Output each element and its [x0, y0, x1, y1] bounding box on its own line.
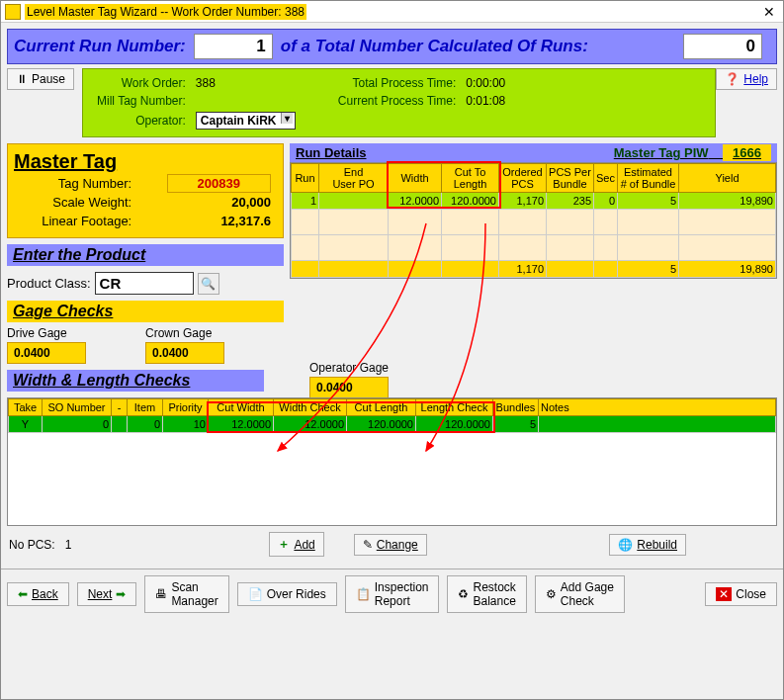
overrides-button[interactable]: 📄Over Rides [237, 582, 337, 606]
product-search-button[interactable]: 🔍 [198, 273, 219, 295]
arrow-right-icon: ➡ [116, 587, 126, 601]
run-details-grid[interactable]: Run EndUser PO Width Cut ToLength Ordere… [290, 162, 777, 279]
master-tag-header: Master Tag [14, 150, 277, 173]
col-yield: Yield [679, 164, 776, 193]
crown-gage-value[interactable]: 0.0400 [145, 342, 224, 364]
add-gage-check-button[interactable]: ⚙Add GageCheck [535, 575, 625, 613]
override-icon: 📄 [248, 587, 263, 601]
width-length-header: Width & Length Checks [7, 370, 264, 392]
restock-balance-button[interactable]: ♻RestockBalance [447, 575, 526, 613]
current-time-label: Current Process Time: [334, 93, 460, 109]
wl-col-bundles: Bundles [493, 399, 539, 416]
current-time-value: 0:01:08 [462, 93, 509, 109]
drive-gage-value[interactable]: 0.0400 [7, 342, 86, 364]
drive-gage-label: Drive Gage [7, 326, 86, 340]
refresh-icon: 🌐 [618, 538, 633, 552]
wl-col-take: Take [9, 399, 43, 416]
total-runs-value: 0 [683, 34, 762, 59]
col-sec: Sec [594, 164, 618, 193]
mill-tag-label: Mill Tag Number: [93, 93, 190, 109]
current-run-label: Current Run Number: [14, 37, 186, 56]
col-estbundle: Estimated# of Bundle [618, 164, 679, 193]
pause-icon: ⏸ [16, 72, 28, 86]
operator-gage-value[interactable]: 0.0400 [309, 377, 389, 398]
col-width: Width [389, 164, 442, 193]
col-ordered: OrderedPCS [499, 164, 547, 193]
pause-button[interactable]: ⏸ Pause [7, 68, 74, 90]
wl-col-wc: Width Check [274, 399, 347, 416]
mill-tag-value [192, 93, 251, 109]
width-length-grid[interactable]: Take SO Number - Item Priority Cut Width… [7, 397, 777, 526]
total-time-value: 0:00:00 [462, 75, 509, 91]
col-cutlen: Cut ToLength [442, 164, 499, 193]
report-icon: 📋 [356, 587, 371, 601]
close-icon[interactable]: ✕ [759, 4, 779, 20]
nopcs-label: No PCS: 1 [9, 538, 71, 552]
work-order-value: 388 [192, 75, 251, 91]
wl-col-cl: Cut Length [347, 399, 416, 416]
scan-manager-button[interactable]: 🖶ScanManager [144, 575, 228, 613]
product-class-label: Product Class: [7, 276, 91, 291]
wl-col-cw: Cut Width [209, 399, 274, 416]
master-tag-panel: Master Tag Tag Number: 200839 Scale Weig… [7, 143, 284, 238]
next-button[interactable]: Next➡ [77, 582, 137, 606]
crown-gage-label: Crown Gage [145, 326, 224, 340]
run-status-bar: Current Run Number: 1 of a Total Number … [7, 29, 777, 64]
col-perbundle: PCS PerBundle [547, 164, 594, 193]
wl-col-dash: - [112, 399, 128, 416]
restock-icon: ♻ [458, 587, 469, 601]
info-panel: Work Order: 388 Total Process Time: 0:00… [82, 68, 716, 137]
piw-value: 1666 [723, 144, 771, 161]
arrow-left-icon: ⬅ [18, 587, 28, 601]
col-run: Run [292, 164, 319, 193]
col-po: EndUser PO [319, 164, 389, 193]
help-button[interactable]: ❓ Help [716, 68, 777, 90]
operator-label: Operator: [93, 111, 190, 131]
product-header: Enter the Product [7, 244, 284, 266]
wl-row[interactable]: Y 0 0 10 12.0000 12.0000 120.0000 120.00… [9, 416, 776, 433]
help-icon: ❓ [725, 72, 740, 86]
run-totals-row: 1,170 5 19,890 [292, 261, 776, 278]
scale-weight-value: 20,000 [137, 194, 275, 211]
linear-footage-label: Linear Footage: [16, 213, 135, 229]
window-title: Level Master Tag Wizard -- Work Order Nu… [25, 5, 759, 19]
run-details-header: Run Details [296, 145, 367, 160]
gage-header: Gage Checks [7, 301, 284, 322]
app-icon [5, 4, 21, 20]
wl-col-item: Item [128, 399, 163, 416]
inspection-report-button[interactable]: 📋InspectionReport [345, 575, 440, 613]
pencil-icon: ✎ [363, 538, 373, 552]
scale-weight-label: Scale Weight: [16, 194, 135, 211]
linear-footage-value: 12,317.6 [137, 213, 275, 229]
total-runs-label: of a Total Number Calculated Of Runs: [281, 37, 588, 56]
operator-select[interactable]: Captain KiRK [196, 112, 296, 130]
tag-number-value: 200839 [167, 174, 271, 193]
wl-col-notes: Notes [539, 399, 776, 416]
wl-col-so: SO Number [43, 399, 112, 416]
tag-number-label: Tag Number: [16, 175, 135, 192]
work-order-label: Work Order: [93, 75, 190, 91]
wl-col-lc: Length Check [416, 399, 493, 416]
total-time-label: Total Process Time: [334, 75, 460, 91]
back-button[interactable]: ⬅Back [7, 582, 69, 606]
operator-gage-label: Operator Gage [309, 361, 389, 375]
close-button[interactable]: ✕Close [705, 582, 777, 606]
search-icon: 🔍 [201, 277, 216, 291]
rebuild-button[interactable]: 🌐Rebuild [609, 534, 686, 556]
piw-label: Master Tag PIW [614, 145, 709, 160]
product-class-input[interactable]: CR [95, 272, 194, 295]
scanner-icon: 🖶 [155, 587, 167, 601]
add-button[interactable]: ＋Add [269, 532, 323, 557]
wl-col-pri: Priority [163, 399, 209, 416]
gear-icon: ⚙ [546, 587, 557, 601]
run-row[interactable]: 1 12.0000 120.0000 1,170 235 0 5 19,890 [292, 193, 776, 210]
change-button[interactable]: ✎Change [354, 534, 427, 556]
close-x-icon: ✕ [716, 587, 732, 601]
plus-icon: ＋ [278, 536, 290, 553]
current-run-value: 1 [194, 34, 273, 59]
